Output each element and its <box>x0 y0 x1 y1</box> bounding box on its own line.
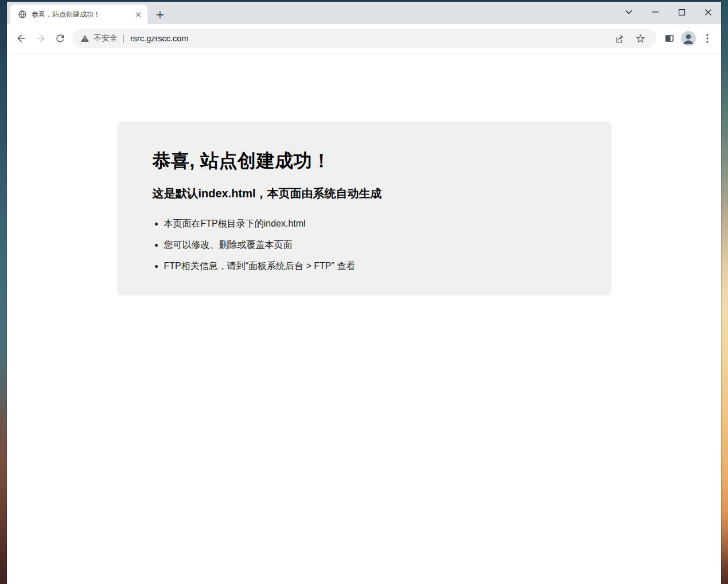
maximize-button[interactable] <box>668 2 695 22</box>
new-tab-button[interactable]: + <box>152 6 168 22</box>
browser-window: 恭喜，站点创建成功！ × + <box>7 2 721 584</box>
bullet-item-ftp-root: 本页面在FTP根目录下的index.html <box>164 217 576 230</box>
close-window-button[interactable] <box>695 2 721 22</box>
address-bar[interactable]: 不安全 rsrc.gzrscc.com <box>72 29 656 48</box>
profile-avatar[interactable] <box>679 29 698 48</box>
omnibox-divider <box>123 34 124 43</box>
bookmark-star-icon[interactable] <box>632 30 648 46</box>
tab-title: 恭喜，站点创建成功！ <box>32 10 130 20</box>
navigation-toolbar: 不安全 rsrc.gzrscc.com <box>7 24 721 53</box>
back-button[interactable] <box>11 29 31 48</box>
toolbar-right-actions <box>660 29 717 48</box>
globe-favicon-icon <box>18 10 27 19</box>
bullet-item-modify: 您可以修改、删除或覆盖本页面 <box>164 239 576 251</box>
bullet-item-ftp-info: FTP相关信息，请到“面板系统后台 > FTP” 查看 <box>164 260 576 272</box>
page-subheading: 这是默认index.html，本页面由系统自动生成 <box>153 185 576 201</box>
info-bullet-list: 本页面在FTP根目录下的index.html 您可以修改、删除或覆盖本页面 FT… <box>153 217 576 272</box>
tab-strip: 恭喜，站点创建成功！ × + <box>7 2 721 24</box>
url-text[interactable]: rsrc.gzrscc.com <box>130 34 189 43</box>
not-secure-warning-icon[interactable] <box>80 34 89 43</box>
window-controls <box>616 2 721 22</box>
forward-button[interactable] <box>31 29 50 48</box>
avatar-icon <box>681 31 696 46</box>
chrome-menu-icon[interactable] <box>698 29 717 48</box>
share-icon[interactable] <box>612 30 628 46</box>
tab-search-chevron-icon[interactable] <box>616 2 642 22</box>
page-content: 恭喜, 站点创建成功！ 这是默认index.html，本页面由系统自动生成 本页… <box>7 53 721 584</box>
reload-button[interactable] <box>50 29 70 48</box>
page-heading: 恭喜, 站点创建成功！ <box>153 149 576 173</box>
security-label[interactable]: 不安全 <box>94 33 118 44</box>
desktop-wallpaper-right <box>721 0 728 584</box>
minimize-button[interactable] <box>642 2 668 22</box>
success-info-box: 恭喜, 站点创建成功！ 这是默认index.html，本页面由系统自动生成 本页… <box>117 122 612 295</box>
browser-tab[interactable]: 恭喜，站点创建成功！ × <box>10 5 147 24</box>
tab-close-icon[interactable]: × <box>134 10 143 19</box>
side-panel-icon[interactable] <box>660 29 679 48</box>
